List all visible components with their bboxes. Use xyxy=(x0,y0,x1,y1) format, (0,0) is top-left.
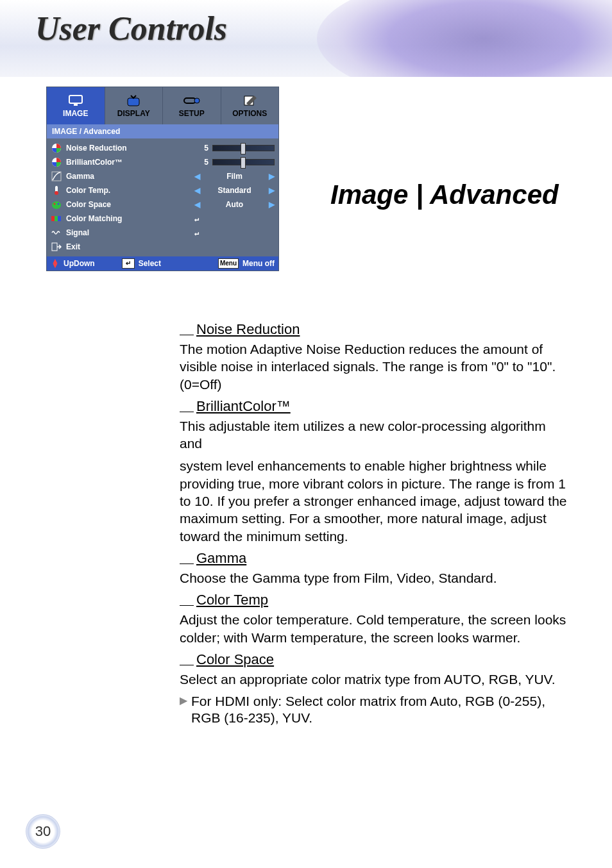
row-label: Color Matching xyxy=(66,214,194,223)
para-noise-reduction: The motion Adaptive Noise Reduction redu… xyxy=(180,340,571,393)
heading-color-space: Color Space xyxy=(180,651,571,668)
svg-rect-14 xyxy=(51,216,55,221)
svg-point-4 xyxy=(194,98,200,103)
selector-value: Auto xyxy=(203,200,266,209)
selector-value: Standard xyxy=(203,186,266,195)
selector-value: Film xyxy=(203,172,266,181)
monitor-icon xyxy=(67,94,85,108)
tab-display[interactable]: DISPLAY xyxy=(105,87,164,124)
row-color-space[interactable]: Color Space ◀ Auto ▶ xyxy=(47,197,278,212)
row-label: Exit xyxy=(66,242,275,251)
heading-brilliant-color: BrilliantColor™ xyxy=(180,398,571,415)
svg-rect-3 xyxy=(184,98,196,103)
page-title: User Controls xyxy=(35,10,227,47)
row-label: Color Space xyxy=(66,200,194,209)
footer-select-label: Select xyxy=(139,259,161,268)
para-brilliant-color-2: system level enhancements to enable high… xyxy=(180,457,571,544)
heading-gamma: Gamma xyxy=(180,550,571,567)
color-wheel-icon xyxy=(51,143,62,153)
row-color-matching[interactable]: Color Matching ↵ xyxy=(47,212,278,226)
selector[interactable]: ◀ Auto ▶ xyxy=(194,200,275,209)
row-noise-reduction[interactable]: Noise Reduction 5 xyxy=(47,141,278,155)
osd-panel: IMAGE DISPLAY SETUP OPTIONS IMAGE / Adva… xyxy=(46,87,279,271)
content-body: Noise Reduction The motion Adaptive Nois… xyxy=(180,317,571,727)
banner-graphic xyxy=(317,0,612,77)
projector-icon xyxy=(183,94,201,108)
enter-icon: ↵ xyxy=(194,214,199,223)
left-arrow-icon[interactable]: ◀ xyxy=(194,186,200,195)
selector[interactable]: ◀ Film ▶ xyxy=(194,172,275,181)
heading-noise-reduction: Noise Reduction xyxy=(180,321,571,338)
tab-options[interactable]: OPTIONS xyxy=(221,87,279,124)
svg-rect-1 xyxy=(74,104,78,106)
tab-image[interactable]: IMAGE xyxy=(47,87,105,124)
osd-tabs: IMAGE DISPLAY SETUP OPTIONS xyxy=(47,87,278,124)
signal-icon xyxy=(51,228,62,238)
right-arrow-icon[interactable]: ▶ xyxy=(269,186,275,195)
row-label: Color Temp. xyxy=(66,186,194,195)
enter-indicator: ↵ xyxy=(194,214,275,223)
tab-setup[interactable]: SETUP xyxy=(163,87,221,124)
osd-rows: Noise Reduction 5 BrilliantColor™ 5 Gamm… xyxy=(47,138,278,256)
row-value: 5 xyxy=(196,158,208,167)
color-bars-icon xyxy=(51,213,62,224)
menu-key-icon: Menu xyxy=(218,258,239,269)
svg-rect-2 xyxy=(128,98,139,106)
row-label: BrilliantColor™ xyxy=(66,158,196,167)
banner: User Controls xyxy=(0,0,612,77)
sub-bullet-text: For HDMI only: Select color matrix from … xyxy=(191,693,571,727)
row-signal[interactable]: Signal ↵ xyxy=(47,226,278,240)
section-heading: Image | Advanced xyxy=(330,179,559,210)
left-arrow-icon[interactable]: ◀ xyxy=(194,172,200,181)
row-color-temp[interactable]: Color Temp. ◀ Standard ▶ xyxy=(47,183,278,197)
tab-label: DISPLAY xyxy=(117,109,150,118)
page-number: 30 xyxy=(26,814,60,849)
heading-color-temp: Color Temp xyxy=(180,592,571,608)
svg-point-11 xyxy=(52,201,61,209)
selector[interactable]: ◀ Standard ▶ xyxy=(194,186,275,195)
para-gamma: Choose the Gamma type from Film, Video, … xyxy=(180,569,571,587)
enter-icon: ↵ xyxy=(194,228,199,237)
color-wheel-icon xyxy=(51,157,62,167)
svg-point-12 xyxy=(54,203,56,205)
footer-updown-label: UpDown xyxy=(64,259,95,268)
svg-rect-16 xyxy=(58,216,61,221)
thermometer-icon xyxy=(51,185,62,196)
row-gamma[interactable]: Gamma ◀ Film ▶ xyxy=(47,169,278,183)
row-value: 5 xyxy=(196,144,208,153)
slider[interactable] xyxy=(212,145,275,151)
para-brilliant-color-1: This adjustable item utilizes a new colo… xyxy=(180,417,571,453)
svg-rect-0 xyxy=(69,96,82,103)
pen-paper-icon xyxy=(241,94,259,108)
row-label: Noise Reduction xyxy=(66,144,196,153)
footer-menuoff-label: Menu off xyxy=(242,259,275,268)
updown-icon: ▲▼ xyxy=(51,259,60,268)
osd-footer: ▲▼ UpDown ↵ Select Menu Menu off xyxy=(47,256,278,271)
row-exit[interactable]: Exit xyxy=(47,240,278,254)
tv-icon xyxy=(124,94,142,108)
tab-label: SETUP xyxy=(179,109,205,118)
para-color-temp: Adjust the color temperature. Cold tempe… xyxy=(180,611,571,646)
triangle-bullet-icon: ▶ xyxy=(180,694,187,727)
right-arrow-icon[interactable]: ▶ xyxy=(269,200,275,209)
para-color-space: Select an appropriate color matrix type … xyxy=(180,671,571,688)
tab-label: IMAGE xyxy=(63,109,88,118)
svg-point-13 xyxy=(58,203,60,205)
row-label: Signal xyxy=(66,228,194,237)
slider[interactable] xyxy=(212,159,275,165)
row-label: Gamma xyxy=(66,172,194,181)
enter-indicator: ↵ xyxy=(194,228,275,237)
svg-point-10 xyxy=(55,191,58,195)
enter-key-icon: ↵ xyxy=(122,258,135,269)
breadcrumb: IMAGE / Advanced xyxy=(47,124,278,138)
row-brilliant-color[interactable]: BrilliantColor™ 5 xyxy=(47,155,278,169)
svg-rect-17 xyxy=(52,243,57,251)
gamma-icon xyxy=(51,171,62,181)
right-arrow-icon[interactable]: ▶ xyxy=(269,172,275,181)
exit-icon xyxy=(51,242,62,252)
palette-icon xyxy=(51,199,62,210)
tab-label: OPTIONS xyxy=(232,109,267,118)
svg-rect-15 xyxy=(55,216,58,221)
left-arrow-icon[interactable]: ◀ xyxy=(194,200,200,209)
sub-bullet-hdmi: ▶ For HDMI only: Select color matrix fro… xyxy=(180,693,571,727)
